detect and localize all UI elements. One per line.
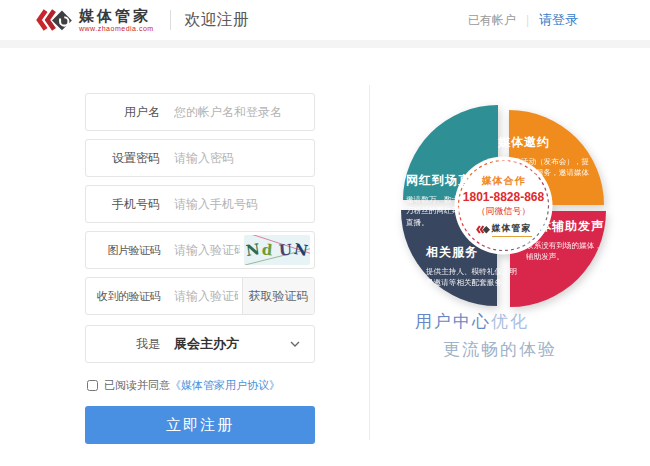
logo-text: 媒体管家 www.zhaomedia.com: [79, 8, 154, 32]
have-account-label: 已有帐户: [468, 12, 516, 29]
phone-label: 手机号码: [92, 196, 160, 213]
image-captcha-label: 图片验证码: [92, 243, 160, 258]
password-label: 设置密码: [92, 150, 160, 167]
tagline-part-a: 用户中心: [415, 312, 491, 331]
sms-code-input[interactable]: [160, 289, 242, 303]
sms-code-label: 收到的验证码: [92, 289, 160, 304]
registration-page: 媒体管家 www.zhaomedia.com 欢迎注册 已有帐户 | 请登录 用…: [0, 0, 650, 466]
tagline: 用户中心优化 更流畅的体验: [415, 310, 557, 361]
captcha-letter: N: [292, 240, 309, 260]
page-title: 欢迎注册: [185, 10, 249, 31]
brand-chevrons-icon: [476, 224, 490, 235]
chevron-down-icon: [290, 341, 300, 347]
services-diagram: 网红到场直播 邀请数万、数十万 数百万粉丝的网红到场现场直播。 媒体邀约 为您的…: [390, 90, 630, 330]
registration-form: 用户名 设置密码 手机号码 图片验证码 N d U N 收到的验证码: [85, 93, 315, 444]
center-brand: 媒体管家: [476, 222, 532, 237]
username-field-row: 用户名: [85, 93, 315, 131]
password-field-row: 设置密码: [85, 139, 315, 177]
center-cooperation-label: 媒体合作: [482, 174, 526, 188]
username-label: 用户名: [92, 104, 160, 121]
register-button[interactable]: 立即注册: [85, 406, 315, 444]
header: 媒体管家 www.zhaomedia.com 欢迎注册 已有帐户 | 请登录: [0, 0, 650, 40]
captcha-letter: U: [278, 241, 292, 260]
tagline-line2: 更流畅的体验: [415, 338, 557, 361]
image-captcha-field-row: 图片验证码 N d U N: [85, 231, 315, 269]
role-select[interactable]: 我是 展会主办方: [85, 325, 315, 363]
username-input[interactable]: [160, 105, 314, 119]
agreement-link[interactable]: 《媒体管家用户协议》: [170, 378, 280, 393]
header-gray-band: [0, 40, 650, 48]
diagram-center-info: 媒体合作 1801-8828-868 （同微信号） 媒体管家: [454, 156, 553, 255]
sms-code-field-row: 收到的验证码 获取验证码: [85, 277, 315, 315]
vertical-divider: [369, 85, 370, 440]
logo-subtitle: www.zhaomedia.com: [79, 25, 154, 32]
logo[interactable]: 媒体管家 www.zhaomedia.com: [35, 6, 154, 34]
get-code-button[interactable]: 获取验证码: [242, 277, 314, 315]
tagline-line1: 用户中心优化: [415, 310, 557, 333]
agreement-checkbox[interactable]: [87, 380, 98, 391]
segment-title: 媒体邀约: [498, 134, 598, 151]
tagline-part-b: 优化: [491, 312, 529, 331]
logo-chevrons-icon: [35, 6, 73, 34]
captcha-image[interactable]: N d U N: [244, 235, 310, 265]
header-pipe: |: [526, 13, 529, 27]
segment-desc: 提供主持人、模特礼仪、明星邀请等相关配套服务。: [426, 266, 517, 290]
image-captcha-input[interactable]: [160, 243, 244, 257]
login-link[interactable]: 请登录: [539, 11, 578, 29]
center-phone-number: 1801-8828-868: [463, 190, 544, 204]
captcha-letter: N: [245, 240, 261, 260]
captcha-letter: d: [261, 241, 273, 260]
agreement-text: 已阅读并同意: [104, 378, 170, 393]
password-input[interactable]: [160, 151, 314, 165]
phone-input[interactable]: [160, 197, 314, 211]
header-separator: [170, 10, 171, 30]
agreement-row: 已阅读并同意 《媒体管家用户协议》: [85, 378, 315, 393]
header-right: 已有帐户 | 请登录: [468, 0, 578, 40]
center-brand-name: 媒体管家: [492, 222, 532, 237]
center-wechat-note: （同微信号）: [477, 205, 531, 218]
role-value: 展会主办方: [160, 335, 290, 353]
role-label: 我是: [92, 336, 160, 353]
logo-title: 媒体管家: [79, 8, 154, 23]
phone-field-row: 手机号码: [85, 185, 315, 223]
